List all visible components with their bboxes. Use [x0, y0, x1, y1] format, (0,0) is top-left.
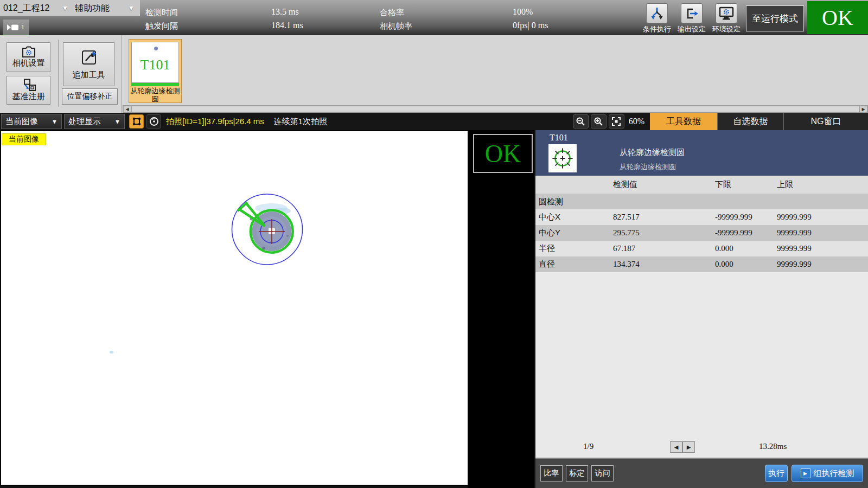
col-upper-limit: 上限	[777, 179, 868, 190]
detect-time-label: 检测时间	[145, 8, 178, 18]
image-source-dropdown[interactable]: 当前图像 ▼	[1, 114, 62, 129]
scroll-left-icon[interactable]: ◀	[123, 106, 131, 112]
row-low: 0.000	[715, 244, 777, 253]
tool-thumbnail-id: T101	[141, 57, 170, 73]
capture-status-text: 连续第1次拍照	[274, 117, 327, 127]
image-viewport[interactable]	[0, 130, 468, 486]
ratio-button[interactable]: 比率	[540, 465, 563, 481]
camera-tab-number: 1	[21, 23, 25, 31]
table-row[interactable]: 直径 134.374 0.000 99999.999	[535, 256, 868, 272]
trigger-interval-label: 触发间隔	[145, 21, 178, 31]
chevron-down-icon: ▼	[128, 4, 135, 12]
row-low: 0.000	[715, 260, 777, 269]
table-row[interactable]: 半径 67.187 0.000 99999.999	[535, 241, 868, 256]
tab-ng-window[interactable]: NG窗口	[783, 113, 868, 130]
detect-time-value: 13.5 ms	[271, 7, 299, 17]
calibrate-button[interactable]: 标定	[566, 465, 588, 481]
row-high: 99999.999	[777, 228, 868, 237]
row-label: 半径	[535, 243, 613, 254]
tool-strip-scrollbar[interactable]: ◀ ▶	[123, 105, 868, 113]
table-row[interactable]: 中心Y 295.775 -99999.999 99999.999	[535, 225, 868, 241]
app-window: 012_工程12 ▼ 辅助功能 ▼ 1 检测时间 13.5 ms 触发间隔 18…	[0, 0, 868, 488]
run-mode-button[interactable]: 至运行模式	[746, 5, 804, 31]
prev-icon: ◀	[674, 444, 679, 450]
blob-speck	[286, 235, 289, 237]
detected-dot	[154, 47, 158, 50]
image-source-badge[interactable]: 当前图像	[2, 133, 46, 145]
pass-rate-label: 合格率	[380, 8, 404, 18]
output-setting-button[interactable]	[681, 3, 703, 23]
camera-setting-label: 相机设置	[12, 58, 45, 68]
aux-menu-label: 辅助功能	[75, 3, 110, 14]
section-label: 圆检测	[539, 197, 563, 206]
capture-button[interactable]	[146, 114, 161, 129]
group-execute-button[interactable]: ▶ 组执行检测	[792, 465, 863, 482]
project-strip: 012_工程12 ▼ 辅助功能 ▼	[0, 0, 140, 16]
aux-menu[interactable]: 辅助功能 ▼	[72, 0, 138, 16]
tool-description: 从轮廓边缘检测圆	[620, 162, 676, 172]
execute-label: 执行	[768, 468, 784, 479]
region-tool-button[interactable]	[129, 114, 144, 129]
fit-view-button[interactable]	[609, 114, 624, 129]
env-setting-button[interactable]	[716, 3, 737, 23]
display-mode-dropdown[interactable]: 处理显示 ▼	[64, 114, 125, 129]
row-low: -99999.999	[715, 213, 777, 222]
circle-detect-tool-icon	[551, 146, 575, 170]
env-setting-label: 环境设定	[712, 24, 741, 34]
image-source-badge-label: 当前图像	[9, 134, 39, 143]
capture-info-text: 拍照[ID=1]|37.9fps|26.4 ms	[166, 117, 264, 127]
tool-thumbnail-name: 从轮廓边缘检测圆	[130, 87, 181, 102]
branch-exec-icon	[649, 7, 665, 21]
position-offset-button[interactable]: 位置偏移补正	[62, 88, 118, 105]
project-selector[interactable]: 012_工程12 ▼	[0, 0, 72, 16]
panel-footer-bar: 比率 标定 访问 执行 ▶ 组执行检测	[535, 459, 868, 488]
row-label: 中心Y	[535, 228, 613, 238]
table-section-row: 圆检测	[535, 194, 868, 209]
scan-direction-tail	[238, 202, 247, 211]
frame-rate-label: 相机帧率	[380, 21, 412, 31]
region-shape-icon	[132, 117, 142, 126]
col-lower-limit: 下限	[715, 179, 777, 190]
circle-detection-overlay	[217, 184, 326, 277]
row-label: 直径	[535, 259, 613, 269]
global-status-badge: OK	[807, 1, 868, 34]
row-label: 中心X	[535, 212, 613, 222]
access-button[interactable]: 访问	[591, 465, 614, 481]
zoom-level: 60%	[629, 117, 644, 126]
position-offset-label: 位置偏移补正	[67, 92, 113, 101]
scrollbar-thumb[interactable]	[131, 106, 859, 112]
execute-button[interactable]: 执行	[765, 465, 788, 482]
tab-custom-data-label: 自选数据	[733, 116, 768, 127]
zoom-out-button[interactable]	[573, 114, 589, 129]
top-right-controls: 条件执行 输出设定	[640, 0, 868, 35]
condition-exec-button[interactable]	[646, 3, 668, 23]
condition-exec-group: 条件执行	[640, 3, 674, 34]
tab-custom-data[interactable]: 自选数据	[717, 113, 783, 130]
shutter-icon	[149, 117, 159, 126]
zoom-in-button[interactable]	[591, 114, 607, 129]
wrench-plus-icon	[80, 48, 98, 67]
pass-rate-value: 100%	[513, 7, 533, 17]
run-mode-label: 至运行模式	[752, 12, 798, 25]
add-tool-button[interactable]: 追加工具	[63, 42, 114, 86]
top-status-bar: 012_工程12 ▼ 辅助功能 ▼ 1 检测时间 13.5 ms 触发间隔 18…	[0, 0, 868, 35]
condition-exec-label: 条件执行	[643, 24, 671, 34]
row-value: 67.187	[613, 244, 715, 253]
monitor-gear-icon	[718, 6, 735, 21]
page-prev-button[interactable]: ◀	[670, 441, 682, 453]
scroll-right-icon[interactable]: ▶	[859, 106, 867, 112]
camera-setting-button[interactable]: 相机设置	[7, 42, 50, 72]
output-setting-group: 输出设定	[674, 3, 709, 34]
base-register-button[interactable]: 基准注册	[7, 76, 50, 105]
table-row[interactable]: 中心X 827.517 -99999.999 99999.999	[535, 209, 868, 225]
tool-thumbnail-t101[interactable]: T101 从轮廓边缘检测圆	[129, 39, 182, 103]
group-execute-label: 组执行检测	[814, 468, 854, 479]
env-setting-group: 环境设定	[709, 3, 744, 34]
camera-tab-1[interactable]: 1	[3, 20, 29, 35]
tab-tool-data[interactable]: 工具数据	[650, 113, 717, 130]
image-source-value: 当前图像	[5, 117, 38, 127]
tool-header[interactable]: T101 从轮廓边缘检测圆 从轮廓边缘检测圆	[535, 130, 868, 176]
zoom-in-icon	[593, 117, 603, 126]
page-next-button[interactable]: ▶	[682, 441, 695, 453]
row-high: 99999.999	[777, 260, 868, 269]
